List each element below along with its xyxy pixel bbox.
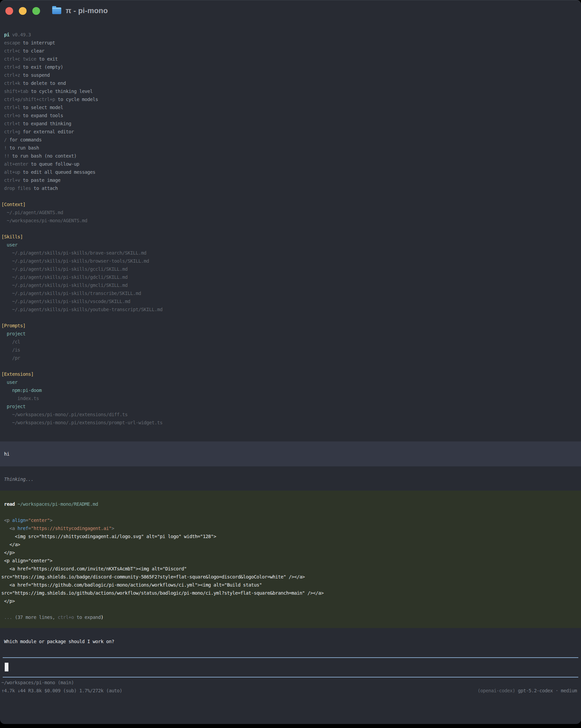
session-header-line: ~/.pi/agent/skills/pi-skills/brave-searc…: [0, 249, 581, 257]
text-segment: to suspend: [23, 72, 50, 78]
text-segment: index.ts: [1, 396, 39, 401]
text-segment: ctrl+t: [1, 121, 23, 126]
text-segment: hi: [1, 451, 9, 457]
text-segment: gpt-5.2-codex · medium: [518, 688, 577, 693]
text-segment: src="https://img.shields.io/badge/discor…: [1, 574, 305, 579]
terminal-window: π - pi-mono pi v0.49.3 escape to interru…: [0, 0, 581, 724]
session-header-line: /pr: [0, 354, 581, 362]
session-header-line: ~/workspaces/pi-mono/AGENTS.md: [0, 216, 581, 225]
text-segment: read: [1, 501, 18, 507]
session-header-line: ctrl+p/shift+ctrl+p to cycle models: [0, 95, 581, 103]
session-header-line: ctrl+c to clear: [0, 47, 581, 55]
text-segment: <a: [1, 526, 18, 531]
text-segment: ctrl+k: [1, 80, 23, 86]
tool-call-read-line: <p align="center">: [0, 556, 581, 565]
session-header-line: drop files to attach: [0, 184, 581, 192]
text-segment: for commands: [9, 137, 42, 142]
text-segment: =: [26, 518, 28, 523]
session-header-line: ~/.pi/agent/AGENTS.md: [0, 208, 581, 216]
text-segment: shift+tab: [1, 88, 31, 94]
text-segment: to expand thinking: [23, 121, 71, 126]
text-segment: >: [50, 518, 53, 523]
tool-call-read-line: read ~/workspaces/pi-mono/README.md: [0, 500, 581, 508]
text-segment: href: [18, 526, 28, 531]
text-segment: escape: [1, 40, 23, 46]
text-segment: </a>: [1, 542, 20, 547]
tool-call-read-line: [0, 508, 581, 516]
session-header-line: ctrl+d to exit (empty): [0, 63, 581, 71]
text-segment: to interrupt: [23, 40, 55, 46]
text-segment: ~/workspaces/pi-mono/.pi/extensions/prom…: [1, 420, 163, 425]
zoom-button[interactable]: [32, 7, 40, 15]
tool-call-read-line: <a href="https://shittycodingagent.ai">: [0, 524, 581, 532]
tool-call-read-line: <img src="https://shittycodingagent.ai/l…: [0, 532, 581, 541]
text-segment: project: [1, 404, 26, 409]
window-title: π - pi-mono: [65, 6, 108, 15]
text-segment: ~/workspaces/pi-mono/README.md: [18, 501, 98, 507]
text-cursor[interactable]: [5, 663, 8, 671]
close-button[interactable]: [5, 7, 13, 15]
text-segment: npm:pi-doom: [1, 388, 42, 393]
title-bar[interactable]: π - pi-mono: [0, 0, 581, 22]
minimize-button[interactable]: [19, 7, 27, 15]
prompt-input[interactable]: [3, 657, 578, 677]
tool-call-read-line: <p align="center">: [0, 516, 581, 524]
session-header-line: /cl: [0, 338, 581, 346]
session-header-line: ! to run bash: [0, 144, 581, 152]
text-segment: [Extensions]: [1, 371, 34, 377]
text-segment: ctrl+c: [1, 48, 23, 54]
text-segment: </p>: [1, 598, 15, 604]
text-segment: to cycle thinking level: [31, 88, 93, 94]
text-segment: =: [28, 526, 31, 531]
prompt-input-line: [3, 663, 578, 671]
tool-call-read: read ~/workspaces/pi-mono/README.md <p a…: [0, 491, 581, 628]
session-header-line: npm:pi-doom: [0, 386, 581, 394]
session-header-line: / for commands: [0, 136, 581, 144]
text-segment: ~/.pi/agent/skills/pi-skills/browser-too…: [1, 258, 149, 264]
text-segment: [Prompts]: [1, 323, 26, 328]
text-segment: to select model: [23, 105, 63, 110]
session-header-line: index.ts: [0, 394, 581, 402]
text-segment: <a href="https://discord.com/invite/nKXT…: [1, 566, 187, 571]
session-header-line: alt+up to edit all queued messages: [0, 168, 581, 176]
text-segment: user: [1, 242, 18, 248]
thinking-indicator: Thinking...: [0, 475, 581, 483]
terminal-scrollback: pi v0.49.3 escape to interrupt ctrl+c to…: [0, 22, 581, 695]
text-segment: to run bash: [9, 145, 39, 151]
text-segment: [Skills]: [1, 234, 23, 239]
text-segment: ~/workspaces/pi-mono/.pi/extensions/diff…: [1, 412, 128, 417]
text-segment: to exit (empty): [23, 64, 63, 70]
session-header-line: ctrl+k to delete to end: [0, 79, 581, 87]
session-header-line: user: [0, 241, 581, 249]
tool-call-read-line: <a href="https://discord.com/invite/nKXT…: [0, 565, 581, 573]
session-header-line: [Extensions]: [0, 370, 581, 378]
status-bar-line: ~/workspaces/pi-mono (main): [0, 678, 581, 686]
tool-call-read-line: </p>: [0, 548, 581, 556]
text-segment: /is: [1, 347, 20, 353]
session-header-line: ~/.pi/agent/skills/pi-skills/gmcli/SKILL…: [0, 281, 581, 289]
text-segment: to clear: [23, 48, 45, 54]
text-segment: alt+up: [1, 170, 23, 175]
text-segment: src="https://img.shields.io/github/actio…: [1, 590, 323, 596]
tool-call-read-line: <a href="https://github.com/badlogic/pi-…: [0, 581, 581, 589]
text-segment: /pr: [1, 355, 20, 361]
session-header-line: ctrl+c twice to exit: [0, 55, 581, 63]
tool-call-read-line: src="https://img.shields.io/github/actio…: [0, 589, 581, 597]
session-header-line: ~/.pi/agent/skills/pi-skills/vscode/SKIL…: [0, 297, 581, 305]
text-segment: /: [1, 137, 9, 142]
text-segment: ): [101, 615, 103, 620]
session-header-line: ctrl+o to expand tools: [0, 111, 581, 120]
text-segment: ctrl+l: [1, 105, 23, 110]
text-segment: to queue follow-up: [31, 161, 79, 167]
session-header-line: project: [0, 402, 581, 411]
session-header-line: ~/.pi/agent/skills/pi-skills/transcribe/…: [0, 289, 581, 297]
tool-call-read-line: ... (37 more lines, ctrl+o to expand): [0, 613, 581, 621]
text-segment: drop files: [1, 185, 34, 191]
text-segment: ~/workspaces/pi-mono/AGENTS.md: [1, 218, 87, 223]
session-header-line: ~/.pi/agent/skills/pi-skills/youtube-tra…: [0, 305, 581, 313]
text-segment: v0.49.3: [9, 32, 31, 37]
text-segment: ↑4.7k ↓44 R3.8k $0.009 (sub) 1.7%/272k (…: [1, 688, 122, 693]
text-segment: to attach: [34, 185, 58, 191]
text-segment: ctrl+z: [1, 72, 23, 78]
assistant-question-line: Which module or package should I work on…: [0, 638, 581, 646]
